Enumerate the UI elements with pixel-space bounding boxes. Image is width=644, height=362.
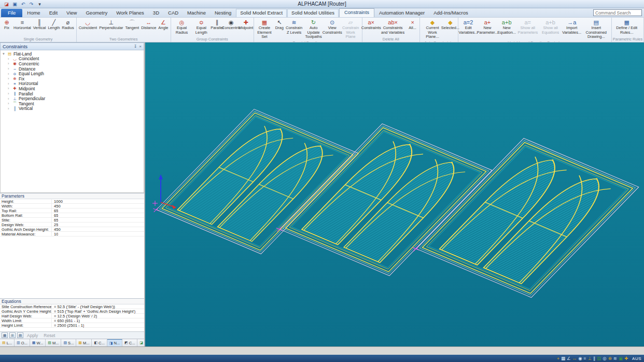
- constraint-tree-item[interactable]: › ≡ Horizontal: [1, 81, 144, 87]
- doc-tab[interactable]: ◪ Fl...: [137, 339, 144, 346]
- ribbon-button[interactable]: ◎ Equal Radius: [172, 18, 192, 35]
- ribbon-button[interactable]: a=2 Edit Variables...: [459, 18, 478, 35]
- ribbon-button[interactable]: ∥ Parallel: [211, 18, 223, 31]
- expand-icon[interactable]: ›: [8, 96, 11, 101]
- parameter-value[interactable]: 65: [52, 208, 58, 213]
- constraint-tree-item[interactable]: › ◉ Concentric: [1, 61, 144, 66]
- ribbon-button[interactable]: ╱ Length: [47, 18, 61, 31]
- ribbon-button[interactable]: ≋ Constrain Z Levels: [285, 18, 303, 35]
- status-icon[interactable]: ∥: [593, 356, 595, 361]
- ribbon-tab[interactable]: File: [1, 9, 22, 17]
- parameter-value[interactable]: 65: [52, 218, 58, 222]
- expand-icon[interactable]: ›: [8, 57, 11, 61]
- command-search-input[interactable]: [593, 9, 642, 16]
- keyboard-language-indicator[interactable]: AUS: [632, 356, 641, 361]
- parameter-row[interactable]: Material Allowance: 10: [0, 232, 144, 236]
- constraint-tree-item[interactable]: › ↔ Distance: [1, 66, 144, 72]
- ribbon-tab[interactable]: Geometry: [81, 9, 111, 17]
- ribbon-tab[interactable]: Edit: [45, 9, 62, 17]
- doc-tab[interactable]: ◩ C...: [122, 339, 137, 346]
- ribbon-button[interactable]: ◆ Current Work Plane...: [421, 18, 444, 40]
- doc-tab[interactable]: ▥ O...: [15, 339, 30, 346]
- equation-row[interactable]: Height Limit: = 2500 (2501 - 1): [0, 323, 144, 328]
- ribbon-button[interactable]: a= Show all Parameters: [516, 18, 539, 35]
- ribbon-tab[interactable]: Work Planes: [112, 9, 148, 17]
- expand-icon[interactable]: ›: [8, 72, 11, 76]
- doc-tab[interactable]: ▨ S...: [61, 339, 76, 346]
- ribbon-button[interactable]: ⌀ Radius: [61, 18, 75, 31]
- ribbon-button[interactable]: ✚ Midpoint: [239, 18, 253, 31]
- ribbon-button[interactable]: ⊙ View Constraints: [324, 18, 340, 35]
- doc-tab[interactable]: ▦ W...: [30, 339, 46, 346]
- status-icon[interactable]: ◎: [603, 356, 606, 361]
- ribbon-tab[interactable]: Automation Manager: [375, 9, 429, 17]
- ribbon-button[interactable]: ⊥ Perpendicular: [98, 18, 124, 31]
- ribbon-tab[interactable]: Machine: [183, 9, 210, 17]
- ribbon-tab[interactable]: Add-Ins/Macros: [429, 9, 472, 17]
- apply-button[interactable]: Apply: [25, 333, 40, 338]
- ribbon-tab[interactable]: Solid Model Extract: [236, 9, 287, 17]
- doc-tab[interactable]: ◨ N...: [107, 339, 122, 346]
- ribbon-button[interactable]: ▦ Define / Edit Rules...: [613, 18, 641, 35]
- ribbon-button[interactable]: →a Import Variables...: [562, 18, 582, 35]
- ribbon-button[interactable]: a+ New Parameter...: [478, 18, 498, 35]
- ribbon-button[interactable]: ≡ Horizontal: [12, 18, 32, 31]
- parameter-value[interactable]: 10: [52, 232, 58, 236]
- ribbon-button[interactable]: ◡ Coincident: [78, 18, 98, 31]
- ribbon-button[interactable]: ▱ Constrain Work Plane: [340, 18, 360, 40]
- viewport-canvas[interactable]: [145, 43, 643, 346]
- close-icon[interactable]: ×: [139, 44, 142, 49]
- ribbon-tab[interactable]: CAD: [164, 9, 183, 17]
- ribbon-tab[interactable]: Nesting: [211, 9, 235, 17]
- ribbon-button[interactable]: ⌒ Tangent: [124, 18, 140, 31]
- expand-icon[interactable]: ›: [8, 81, 11, 86]
- doc-tab[interactable]: ▤ L...: [0, 339, 15, 346]
- sort-icon[interactable]: ⊞: [9, 332, 16, 338]
- constraint-tree-item[interactable]: › ∥ Parallel: [1, 91, 144, 96]
- ribbon-tab[interactable]: Home: [23, 9, 44, 17]
- ribbon-button[interactable]: a× Constraints: [363, 18, 379, 31]
- constraint-tree-item[interactable]: › ⊥ Perpendicular: [1, 96, 144, 101]
- ribbon-button[interactable]: ↖ Drag: [274, 18, 285, 31]
- ribbon-tab[interactable]: 3D: [149, 9, 163, 17]
- ribbon-tab[interactable]: View: [62, 9, 81, 17]
- ribbon-button[interactable]: ab× Constraints and Variables: [379, 18, 407, 35]
- ribbon-button[interactable]: ║ Vertical: [32, 18, 47, 31]
- status-icon[interactable]: ⌖: [557, 356, 559, 361]
- ribbon-button[interactable]: ◆ Selected...: [444, 18, 456, 31]
- status-icon[interactable]: ≋: [613, 356, 617, 361]
- ribbon-button[interactable]: ↔ Distance: [140, 18, 157, 31]
- constraint-tree-item[interactable]: › ✚ Midpoint: [1, 86, 144, 91]
- ribbon-button[interactable]: ↻ Auto Update Toolpaths: [303, 18, 324, 40]
- ribbon-button[interactable]: ≎ Equal Length: [191, 18, 211, 35]
- ribbon-button[interactable]: a+b Show all Equations: [539, 18, 561, 35]
- ribbon-button[interactable]: ∠ Angle: [157, 18, 169, 31]
- constraint-tree-item[interactable]: › ║ Vertical: [1, 106, 144, 112]
- status-icon[interactable]: ≡: [584, 356, 586, 361]
- expand-icon[interactable]: ›: [8, 76, 11, 81]
- collapse-icon[interactable]: ▾: [3, 51, 6, 56]
- cad-viewport[interactable]: [145, 43, 644, 346]
- tree-root-flat-land[interactable]: ▾ ▤ Flat-Land: [1, 51, 144, 57]
- parameter-value[interactable]: 65: [52, 213, 58, 218]
- status-icon[interactable]: ⊕: [608, 356, 612, 361]
- expand-icon[interactable]: ›: [8, 106, 11, 111]
- expand-icon[interactable]: ›: [8, 86, 11, 91]
- expand-icon[interactable]: ›: [8, 91, 11, 96]
- ribbon-button[interactable]: ◉ Concentric: [223, 18, 239, 31]
- grid-view-icon[interactable]: ▦: [2, 332, 8, 338]
- ribbon-button[interactable]: × All...: [407, 18, 418, 31]
- ribbon-button[interactable]: a+b New Equation...: [497, 18, 516, 35]
- constraint-tree-item[interactable]: › ≎ Equal Length: [1, 71, 144, 76]
- parameter-value[interactable]: 450: [52, 204, 61, 208]
- doc-tab[interactable]: ◧ C...: [92, 339, 107, 346]
- status-icon[interactable]: ↔: [572, 356, 577, 361]
- status-icon[interactable]: ▤: [597, 356, 601, 361]
- ribbon-tab[interactable]: Solid Model Utilities: [287, 9, 339, 17]
- parameter-value[interactable]: 25: [52, 222, 58, 227]
- ribbon-button[interactable]: ▦ Create Element Set: [255, 18, 274, 40]
- reset-button[interactable]: Reset: [41, 333, 57, 338]
- ribbon-button[interactable]: ▤ Insert Constrained Drawing...: [582, 18, 610, 40]
- status-icon[interactable]: ∠: [567, 356, 571, 361]
- constraint-tree-item[interactable]: › ⌒ Tangent: [1, 101, 144, 106]
